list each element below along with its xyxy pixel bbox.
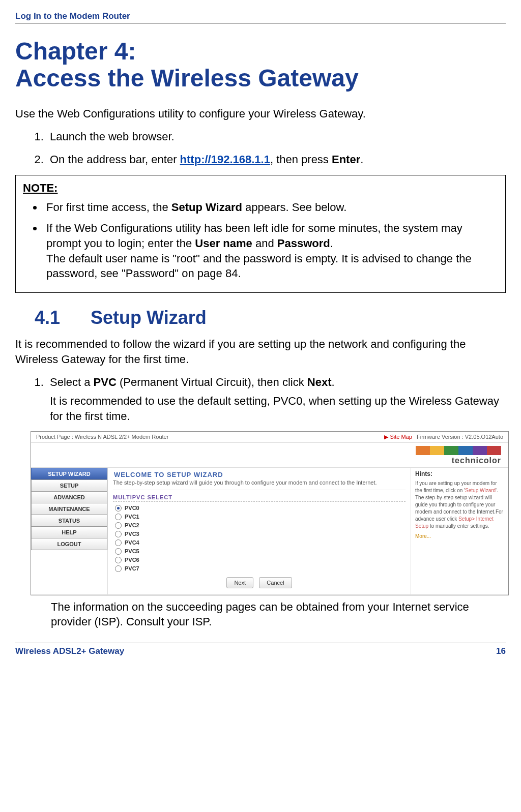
button-row: Next Cancel: [113, 573, 406, 590]
cancel-button[interactable]: Cancel: [259, 577, 292, 588]
after-screenshot-text: The information on the succeeding pages …: [51, 599, 506, 629]
top-steps-list: Launch the web browser. On the address b…: [15, 129, 506, 168]
router-url-link[interactable]: http://192.168.1.1: [180, 153, 270, 166]
ws1-next: Next: [307, 376, 332, 388]
radio-icon[interactable]: [115, 505, 122, 512]
nav-setup-wizard[interactable]: SETUP WIZARD: [31, 468, 107, 480]
pvc4-row[interactable]: PVC4: [113, 538, 406, 547]
pvc4-label: PVC4: [125, 539, 139, 546]
chapter-number: Chapter 4:: [15, 38, 136, 65]
step-1: Launch the web browser.: [47, 129, 506, 145]
pvc5-label: PVC5: [125, 548, 139, 554]
radio-icon[interactable]: [115, 522, 122, 529]
note-item-2: If the Web Configurations utility has be…: [43, 221, 498, 281]
nav-advanced[interactable]: ADVANCED: [31, 491, 107, 503]
color-swatch: [416, 446, 430, 455]
note2-username: User name: [195, 237, 252, 250]
wizard-step-1-sub: It is recommended to use the default set…: [50, 394, 506, 424]
next-button[interactable]: Next: [226, 577, 253, 588]
hints-panel: Hints: If you are setting up your modem …: [411, 468, 508, 594]
page-footer: Wireless ADSL2+ Gateway 16: [15, 643, 506, 656]
product-page-label: Product Page : Wireless N ADSL 2/2+ Mode…: [36, 434, 168, 440]
shot-topbar: Product Page : Wireless N ADSL 2/2+ Mode…: [31, 432, 508, 443]
hints-title: Hints:: [415, 470, 504, 478]
note1-bold: Setup Wizard: [171, 201, 242, 214]
radio-icon[interactable]: [115, 514, 122, 520]
radio-icon[interactable]: [115, 548, 122, 555]
pvc7-label: PVC7: [125, 565, 139, 572]
radio-icon[interactable]: [115, 539, 122, 546]
technicolor-logo: technicolor: [31, 456, 508, 467]
step-2-text-c: .: [360, 153, 363, 166]
firmware-label: Firmware Version : V2.05.O12Auto: [417, 434, 503, 440]
main-panel: WELCOME TO SETUP WIZARD The step-by-step…: [107, 468, 411, 594]
pvc7-row[interactable]: PVC7: [113, 564, 406, 573]
color-swatch: [487, 446, 501, 455]
note-item-1: For first time access, the Setup Wizard …: [43, 200, 498, 215]
note-list: For first time access, the Setup Wizard …: [23, 200, 498, 281]
note-label: NOTE:: [23, 181, 498, 196]
nav-maintenance[interactable]: MAINTENANCE: [31, 503, 107, 515]
color-swatch: [444, 446, 458, 455]
section-intro: It is recommended to follow the wizard i…: [15, 337, 506, 367]
radio-icon[interactable]: [115, 557, 122, 563]
footer-page-number: 16: [496, 646, 506, 656]
note2-password: Password: [277, 237, 330, 250]
step-2: On the address bar, enter http://192.168…: [47, 152, 506, 168]
ws1-c: .: [332, 376, 335, 388]
firmware-area: ▶ Site Map Firmware Version : V2.05.O12A…: [384, 434, 503, 440]
hints-link-wizard[interactable]: Setup Wizard: [465, 488, 496, 493]
section-name: Setup Wizard: [91, 307, 207, 328]
pvc0-row[interactable]: PVC0: [113, 504, 406, 513]
pvc0-label: PVC0: [125, 505, 139, 511]
site-map-link[interactable]: ▶ Site Map: [384, 434, 412, 440]
enter-key-label: Enter: [332, 153, 360, 166]
site-map-text: Site Map: [390, 434, 412, 440]
pvc5-row[interactable]: PVC5: [113, 547, 406, 556]
pvc1-row[interactable]: PVC1: [113, 513, 406, 521]
step-2-text-b: , then press: [270, 153, 332, 166]
hints-c: to manually enter settings.: [428, 523, 489, 529]
ws1-pvc: PVC: [94, 376, 117, 388]
nav-logout[interactable]: LOGOUT: [31, 538, 107, 550]
note2-mid: and: [252, 237, 277, 250]
setup-wizard-screenshot: Product Page : Wireless N ADSL 2/2+ Mode…: [31, 431, 509, 595]
step-2-text-a: On the address bar, enter: [50, 153, 180, 166]
section-number: 4.1: [35, 307, 60, 328]
footer-left: Wireless ADSL2+ Gateway: [15, 646, 124, 656]
section-title: 4.1 Setup Wizard: [35, 307, 506, 328]
pvc6-row[interactable]: PVC6: [113, 556, 406, 564]
wizard-steps-list: Select a PVC (Permanent Virtual Circuit)…: [15, 375, 506, 424]
color-swatch: [430, 446, 444, 455]
nav-setup[interactable]: SETUP: [31, 479, 107, 492]
welcome-heading: WELCOME TO SETUP WIZARD: [113, 468, 406, 479]
radio-icon[interactable]: [115, 565, 122, 572]
note1-b: appears. See below.: [242, 201, 346, 214]
left-nav: SETUP WIZARD SETUP ADVANCED MAINTENANCE …: [31, 468, 107, 594]
note-box: NOTE: For first time access, the Setup W…: [15, 175, 506, 293]
pvc1-label: PVC1: [125, 514, 139, 520]
nav-status[interactable]: STATUS: [31, 515, 107, 527]
pvc3-label: PVC3: [125, 531, 139, 537]
note2-c: The default user name is "root" and the …: [46, 252, 472, 280]
color-swatch: [473, 446, 487, 455]
chapter-name: Access the Wireless Gateway: [15, 65, 359, 92]
brand-color-bar: [31, 443, 508, 456]
pvc6-label: PVC6: [125, 557, 139, 563]
color-swatch: [458, 446, 473, 455]
welcome-subtext: The step-by-step setup wizard will guide…: [113, 479, 406, 490]
ws1-a: Select a: [50, 376, 94, 388]
pvc2-label: PVC2: [125, 522, 139, 528]
multipvc-heading: MULTIPVC SELECT: [113, 494, 406, 502]
note2-b: .: [330, 237, 333, 250]
radio-icon[interactable]: [115, 531, 122, 537]
pvc3-row[interactable]: PVC3: [113, 530, 406, 538]
page-header: Log In to the Modem Router: [15, 11, 506, 24]
chapter-title: Chapter 4: Access the Wireless Gateway: [15, 38, 506, 92]
pvc2-row[interactable]: PVC2: [113, 521, 406, 530]
ws1-b: (Permanent Virtual Circuit), then click: [117, 376, 307, 388]
wizard-step-1: Select a PVC (Permanent Virtual Circuit)…: [47, 375, 506, 424]
intro-paragraph: Use the Web Configurations utility to co…: [15, 106, 506, 122]
nav-help[interactable]: HELP: [31, 526, 107, 538]
hints-more-link[interactable]: More...: [415, 533, 504, 540]
